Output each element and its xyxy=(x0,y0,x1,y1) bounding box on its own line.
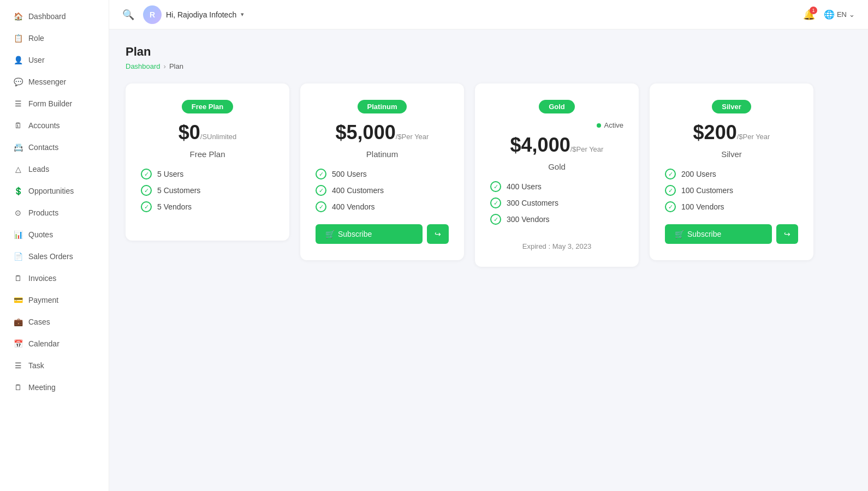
subscribe-button[interactable]: 🛒 Subscribe xyxy=(316,224,423,244)
plan-name-gold: Gold xyxy=(490,162,623,171)
sidebar-item-sales-orders[interactable]: 📄 Sales Orders xyxy=(3,246,105,267)
breadcrumb-dashboard[interactable]: Dashboard xyxy=(126,62,160,70)
feature-text: 100 Vendors xyxy=(681,202,724,211)
sidebar-label-meeting: Meeting xyxy=(28,383,56,392)
user-menu[interactable]: R Hi, Rajodiya Infotech ▾ xyxy=(143,5,244,24)
feature-check-icon: ✓ xyxy=(665,185,676,196)
price-amount: $200 xyxy=(693,121,737,143)
active-dot xyxy=(597,123,601,128)
sidebar: 🏠 Dashboard 📋 Role 👤 User 💬 Messenger ☰ … xyxy=(0,0,109,491)
messenger-icon: 💬 xyxy=(13,77,23,87)
notification-badge: 1 xyxy=(810,7,817,14)
sidebar-item-meeting[interactable]: 🗒 Meeting xyxy=(3,377,105,398)
sidebar-item-dashboard[interactable]: 🏠 Dashboard xyxy=(3,6,105,27)
invoices-icon: 🗒 xyxy=(13,273,23,283)
sidebar-item-form-builder[interactable]: ☰ Form Builder xyxy=(3,93,105,114)
breadcrumb: Dashboard › Plan xyxy=(126,62,852,70)
avatar: R xyxy=(143,5,162,24)
price-amount: $4,000 xyxy=(510,134,570,156)
share-button[interactable]: ↪ xyxy=(427,224,449,244)
plan-price-platinum: $5,000/$Per Year xyxy=(316,121,449,144)
user-icon: 👤 xyxy=(13,55,23,65)
plan-feature: ✓ 500 Users xyxy=(316,169,449,179)
plan-actions: 🛒 Subscribe ↪ xyxy=(665,224,798,244)
accounts-icon: 🗓 xyxy=(13,121,23,130)
subscribe-button[interactable]: 🛒 Subscribe xyxy=(665,224,772,244)
sidebar-item-messenger[interactable]: 💬 Messenger xyxy=(3,71,105,92)
sidebar-label-quotes: Quotes xyxy=(28,230,53,239)
cases-icon: 💼 xyxy=(13,317,23,327)
feature-check-icon: ✓ xyxy=(665,169,676,179)
feature-text: 400 Users xyxy=(507,182,542,191)
share-button[interactable]: ↪ xyxy=(776,224,798,244)
plan-feature: ✓ 400 Users xyxy=(490,181,623,192)
price-period: /$Per Year xyxy=(570,145,604,153)
feature-check-icon: ✓ xyxy=(316,169,326,179)
plan-feature: ✓ 5 Vendors xyxy=(141,201,274,212)
subscribe-label: Subscribe xyxy=(338,230,372,238)
plans-container: Free Plan $0/SUnlimited Free Plan ✓ 5 Us… xyxy=(126,83,852,267)
sidebar-item-task[interactable]: ☰ Task xyxy=(3,355,105,376)
sidebar-label-opportunities: Opportunities xyxy=(28,187,74,195)
search-icon[interactable]: 🔍 xyxy=(122,9,134,21)
sidebar-label-leads: Leads xyxy=(28,165,49,173)
sidebar-label-sales-orders: Sales Orders xyxy=(28,252,73,261)
quotes-icon: 📊 xyxy=(13,230,23,239)
feature-check-icon: ✓ xyxy=(141,185,152,196)
sidebar-item-accounts[interactable]: 🗓 Accounts xyxy=(3,115,105,136)
sidebar-item-role[interactable]: 📋 Role xyxy=(3,28,105,49)
plan-feature: ✓ 300 Vendors xyxy=(490,214,623,225)
plan-feature: ✓ 5 Customers xyxy=(141,185,274,196)
globe-icon: 🌐 xyxy=(824,9,835,20)
sidebar-label-user: User xyxy=(28,56,45,64)
sidebar-item-user[interactable]: 👤 User xyxy=(3,50,105,70)
sidebar-label-form-builder: Form Builder xyxy=(28,99,72,108)
plan-name-silver: Silver xyxy=(665,149,798,159)
page-title: Plan xyxy=(126,45,852,59)
plan-badge-platinum: Platinum xyxy=(358,100,407,113)
feature-text: 400 Customers xyxy=(332,186,384,195)
feature-check-icon: ✓ xyxy=(490,214,501,225)
feature-text: 400 Vendors xyxy=(332,202,375,211)
plan-card-silver: Silver $200/$Per Year Silver ✓ 200 Users… xyxy=(650,83,813,260)
feature-text: 200 Users xyxy=(681,170,716,178)
sidebar-item-opportunities[interactable]: 💲 Opportunities xyxy=(3,181,105,201)
price-amount: $0 xyxy=(179,121,200,143)
task-icon: ☰ xyxy=(13,361,23,370)
sidebar-item-products[interactable]: ⊙ Products xyxy=(3,202,105,223)
plan-card-free: Free Plan $0/SUnlimited Free Plan ✓ 5 Us… xyxy=(126,83,289,241)
feature-text: 300 Customers xyxy=(507,199,558,207)
language-selector[interactable]: 🌐 EN ⌄ xyxy=(824,9,855,20)
content-area: Plan Dashboard › Plan Free Plan $0/SUnli… xyxy=(109,29,868,491)
sidebar-label-payment: Payment xyxy=(28,296,58,304)
sidebar-item-payment[interactable]: 💳 Payment xyxy=(3,290,105,310)
sidebar-item-contacts[interactable]: 📇 Contacts xyxy=(3,137,105,158)
dashboard-icon: 🏠 xyxy=(13,11,23,21)
price-period: /SUnlimited xyxy=(200,133,236,141)
plan-card-platinum: Platinum $5,000/$Per Year Platinum ✓ 500… xyxy=(300,83,464,260)
sidebar-label-cases: Cases xyxy=(28,318,50,326)
plan-price-free: $0/SUnlimited xyxy=(141,121,274,144)
plan-price-silver: $200/$Per Year xyxy=(665,121,798,144)
breadcrumb-separator: › xyxy=(164,62,166,70)
feature-text: 5 Customers xyxy=(157,186,200,195)
breadcrumb-current: Plan xyxy=(169,62,183,70)
feature-check-icon: ✓ xyxy=(490,197,501,208)
sidebar-item-invoices[interactable]: 🗒 Invoices xyxy=(3,268,105,289)
price-period: /$Per Year xyxy=(737,133,770,141)
opportunities-icon: 💲 xyxy=(13,186,23,196)
plan-actions: 🛒 Subscribe ↪ xyxy=(316,224,449,244)
sidebar-item-calendar[interactable]: 📅 Calendar xyxy=(3,333,105,354)
plan-name-platinum: Platinum xyxy=(316,149,449,159)
feature-check-icon: ✓ xyxy=(490,181,501,192)
plan-card-gold: Gold Active $4,000/$Per Year Gold ✓ 400 … xyxy=(475,83,639,267)
sidebar-item-quotes[interactable]: 📊 Quotes xyxy=(3,224,105,245)
sidebar-label-products: Products xyxy=(28,208,58,217)
sidebar-item-cases[interactable]: 💼 Cases xyxy=(3,312,105,332)
username-label: Hi, Rajodiya Infotech xyxy=(166,10,236,19)
plan-features-gold: ✓ 400 Users ✓ 300 Customers ✓ 300 Vendor… xyxy=(490,181,623,225)
sidebar-item-leads[interactable]: △ Leads xyxy=(3,159,105,179)
notifications-bell[interactable]: 🔔 1 xyxy=(803,9,815,21)
products-icon: ⊙ xyxy=(13,208,23,218)
lang-chevron-icon: ⌄ xyxy=(849,10,855,19)
